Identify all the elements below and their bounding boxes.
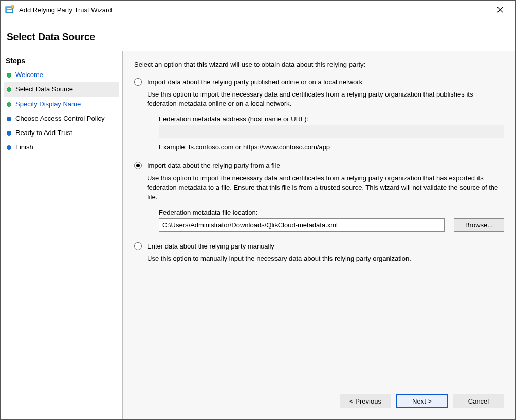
metadata-address-label: Federation metadata address (host name o…: [159, 115, 504, 123]
metadata-file-label: Federation metadata file location:: [159, 208, 504, 216]
step-label: Welcome: [15, 71, 43, 79]
step-label: Choose Access Control Policy: [15, 114, 104, 123]
option-import-online-desc: Use this option to import the necessary …: [147, 90, 504, 109]
option-label: Import data about the relying party from…: [147, 161, 280, 170]
step-ready-to-add-trust[interactable]: Ready to Add Trust: [4, 126, 119, 140]
step-bullet-icon: [7, 117, 11, 121]
intro-text: Select an option that this wizard will u…: [134, 61, 504, 68]
option-import-file[interactable]: Import data about the relying party from…: [134, 161, 504, 170]
step-choose-access-control-policy[interactable]: Choose Access Control Policy: [4, 111, 119, 126]
steps-sidebar: Steps Welcome Select Data Source Specify…: [1, 51, 123, 419]
step-bullet-icon: [7, 131, 11, 136]
page-header: Select Data Source: [1, 19, 515, 51]
option-label: Import data about the relying party publ…: [147, 78, 362, 87]
step-specify-display-name[interactable]: Specify Display Name: [4, 97, 119, 111]
radio-enter-manually[interactable]: [134, 242, 142, 250]
next-button[interactable]: Next >: [396, 394, 448, 408]
option-import-file-desc: Use this option to import the necessary …: [147, 174, 504, 203]
step-label: Specify Display Name: [15, 100, 81, 108]
metadata-address-example: Example: fs.contoso.com or https://www.c…: [159, 143, 504, 151]
step-bullet-icon: [7, 145, 11, 150]
app-icon: [5, 5, 15, 15]
step-welcome[interactable]: Welcome: [4, 68, 119, 82]
step-label: Finish: [15, 143, 33, 151]
svg-rect-2: [7, 10, 9, 12]
option-enter-manually-desc: Use this option to manually input the ne…: [147, 254, 504, 264]
step-label: Ready to Add Trust: [15, 129, 72, 137]
metadata-file-input[interactable]: [159, 218, 445, 232]
metadata-file-row: Browse...: [159, 218, 504, 232]
previous-button[interactable]: < Previous: [340, 394, 391, 408]
steps-heading: Steps: [6, 56, 119, 65]
window-title: Add Relying Party Trust Wizard: [19, 6, 489, 14]
step-bullet-icon: [7, 73, 11, 78]
page-title: Select Data Source: [7, 31, 509, 43]
content-inner: Select an option that this wizard will u…: [123, 51, 515, 390]
wizard-window: Add Relying Party Trust Wizard Select Da…: [0, 0, 516, 420]
metadata-address-input: [159, 125, 504, 138]
option-import-online[interactable]: Import data about the relying party publ…: [134, 78, 504, 87]
step-bullet-icon: [7, 102, 11, 107]
step-select-data-source[interactable]: Select Data Source: [4, 82, 119, 97]
svg-rect-3: [9, 10, 12, 12]
option-label: Enter data about the relying party manua…: [147, 242, 274, 251]
step-label: Select Data Source: [15, 85, 73, 93]
svg-rect-4: [11, 6, 14, 8]
radio-import-file[interactable]: [134, 162, 142, 169]
wizard-body: Steps Welcome Select Data Source Specify…: [1, 51, 515, 419]
titlebar: Add Relying Party Trust Wizard: [1, 1, 515, 19]
wizard-footer: < Previous Next > Cancel: [123, 390, 515, 419]
option-import-online-fields: Federation metadata address (host name o…: [159, 115, 504, 151]
step-finish[interactable]: Finish: [4, 140, 119, 155]
content-panel: Select an option that this wizard will u…: [123, 51, 515, 419]
cancel-button[interactable]: Cancel: [453, 394, 504, 408]
step-bullet-icon: [7, 87, 11, 92]
radio-import-online[interactable]: [134, 78, 142, 86]
option-enter-manually[interactable]: Enter data about the relying party manua…: [134, 242, 504, 251]
option-import-file-fields: Federation metadata file location: Brows…: [159, 208, 504, 232]
browse-button[interactable]: Browse...: [454, 218, 504, 232]
close-button[interactable]: [489, 2, 511, 17]
